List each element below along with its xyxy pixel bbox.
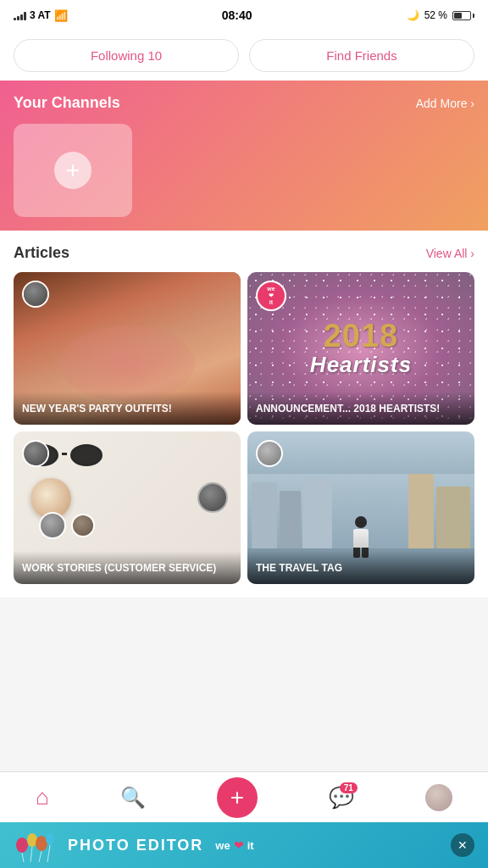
view-all-button[interactable]: View All › xyxy=(426,247,474,260)
ad-content: PHOTO EDITOR we ❤ it xyxy=(14,826,254,864)
close-ad-button[interactable]: ✕ xyxy=(451,833,474,857)
search-icon: 🔍 xyxy=(120,786,146,810)
find-friends-button[interactable]: Find Friends xyxy=(249,39,474,72)
nav-home[interactable]: ⌂ xyxy=(36,784,49,810)
article-work-avatar xyxy=(22,440,49,467)
article-heartists-overlay: ANNOUNCEMENT... 2018 HEARTISTS! xyxy=(247,392,474,425)
article-card-work[interactable]: WORK STORIES (CUSTOMER SERVICE) xyxy=(14,431,241,584)
heart-logo-icon: ❤ xyxy=(234,838,244,852)
following-button[interactable]: Following 10 xyxy=(14,39,239,72)
add-more-button[interactable]: Add More › xyxy=(416,97,474,110)
battery-percent: 52 % xyxy=(424,9,447,21)
carrier-label: 3 AT xyxy=(30,9,51,21)
article-card-heartists[interactable]: 2018 Heartists we❤it ANNOUNCEMENT... 201… xyxy=(247,272,474,425)
article-travel-avatar xyxy=(256,440,283,467)
nav-add-button[interactable]: + xyxy=(217,777,258,818)
bottom-navigation: ⌂ 🔍 + 💬 71 xyxy=(0,771,488,822)
article-card-party[interactable]: NEW YEAR'S PARTY OUTFITS! xyxy=(14,272,241,425)
home-icon: ⌂ xyxy=(36,784,49,810)
ad-banner: PHOTO EDITOR we ❤ it ✕ xyxy=(0,822,488,868)
we-it-text: we❤it xyxy=(267,286,274,305)
heartists-year: 2018 xyxy=(324,320,399,352)
articles-title: Articles xyxy=(14,244,69,262)
article-card-travel[interactable]: THE TRAVEL TAG xyxy=(247,431,474,584)
svg-line-5 xyxy=(30,847,32,862)
add-channel-card[interactable]: + xyxy=(14,124,132,217)
articles-header: Articles View All › xyxy=(14,244,474,262)
svg-line-6 xyxy=(39,851,42,862)
status-time: 08:40 xyxy=(222,8,252,22)
nav-profile[interactable] xyxy=(425,784,452,811)
svg-point-0 xyxy=(16,837,28,853)
svg-line-7 xyxy=(47,845,50,862)
profile-avatar xyxy=(425,784,452,811)
article-work-label: WORK STORIES (CUSTOMER SERVICE) xyxy=(22,562,216,574)
balloons-icon xyxy=(14,826,56,864)
add-channel-plus-icon: + xyxy=(54,152,92,189)
article-party-avatar xyxy=(22,281,49,308)
top-buttons-bar: Following 10 Find Friends xyxy=(0,31,488,81)
it-logo-text: it xyxy=(247,839,254,852)
ad-logo: we ❤ it xyxy=(215,838,253,852)
status-right: 🌙 52 % xyxy=(407,9,474,21)
channels-header: Your Channels Add More › xyxy=(14,94,474,112)
channels-section: Your Channels Add More › + xyxy=(0,81,488,231)
ad-text: PHOTO EDITOR xyxy=(68,837,203,854)
articles-grid: NEW YEAR'S PARTY OUTFITS! 2018 Heartists… xyxy=(14,272,474,584)
channels-title: Your Channels xyxy=(14,94,120,112)
status-left: 3 AT 📶 xyxy=(14,9,68,22)
moon-icon: 🌙 xyxy=(407,9,419,21)
we-heart-logo-text: we xyxy=(215,839,230,852)
svg-point-2 xyxy=(36,836,47,851)
add-icon: + xyxy=(230,784,244,811)
we-it-badge: we❤it xyxy=(256,281,286,311)
battery-icon xyxy=(452,11,474,20)
svg-line-4 xyxy=(22,853,24,862)
svg-point-3 xyxy=(46,833,54,845)
article-work-overlay: WORK STORIES (CUSTOMER SERVICE) xyxy=(14,551,241,584)
nav-search[interactable]: 🔍 xyxy=(120,786,146,810)
article-heartists-label: ANNOUNCEMENT... 2018 HEARTISTS! xyxy=(256,403,440,415)
heartists-word: Heartists xyxy=(310,352,412,378)
article-party-overlay: NEW YEAR'S PARTY OUTFITS! xyxy=(14,392,241,425)
status-bar: 3 AT 📶 08:40 🌙 52 % xyxy=(0,0,488,31)
chat-badge: 71 xyxy=(340,782,358,793)
article-travel-label: THE TRAVEL TAG xyxy=(256,562,342,574)
articles-section: Articles View All › NEW YEAR'S PARTY OUT… xyxy=(0,231,488,598)
article-party-label: NEW YEAR'S PARTY OUTFITS! xyxy=(22,403,172,415)
wifi-icon: 📶 xyxy=(54,9,68,22)
article-travel-overlay: THE TRAVEL TAG xyxy=(247,551,474,584)
nav-chat[interactable]: 💬 71 xyxy=(329,786,354,810)
close-icon: ✕ xyxy=(458,838,468,852)
signal-icon xyxy=(14,10,26,20)
